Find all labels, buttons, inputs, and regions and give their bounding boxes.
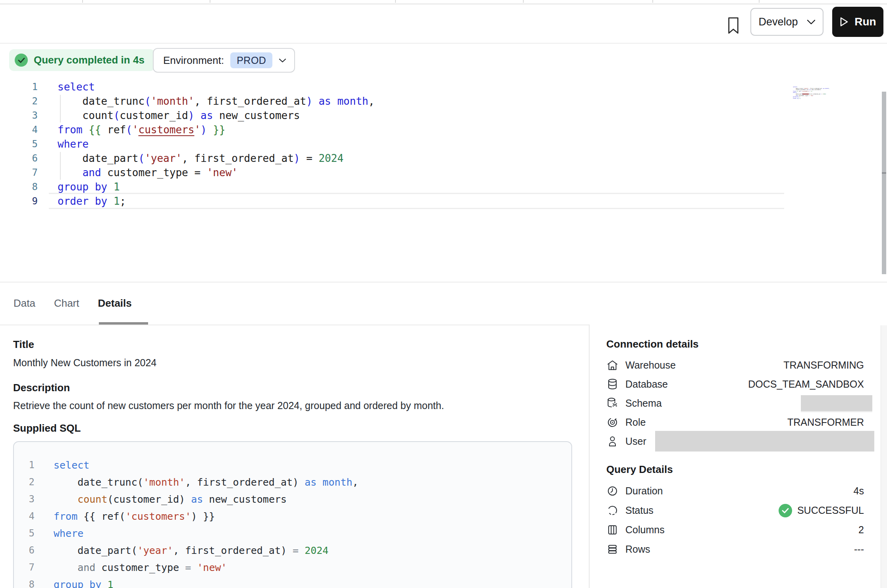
tab-details[interactable]: Details [98, 297, 132, 309]
row-label: Status [625, 505, 654, 516]
line-number: 6 [0, 151, 38, 165]
line-number: 8 [14, 576, 35, 588]
row-value: TRANSFORMER [787, 417, 864, 428]
line-number: 4 [0, 123, 38, 137]
title-heading: Title [13, 338, 34, 351]
row-value: 2 [858, 524, 864, 536]
warehouse-icon [606, 359, 619, 371]
environment-selector[interactable]: Environment: PROD [153, 48, 295, 73]
code-line: 3 count(customer_id) as new_customers [14, 491, 571, 508]
code-line: 5where [14, 525, 571, 542]
line-number: 7 [14, 559, 35, 576]
environment-label: Environment: [163, 54, 224, 67]
status-icon [606, 504, 619, 517]
code-line: order by 1; [793, 93, 837, 95]
run-button-label: Run [854, 15, 876, 28]
code-line: 4from {{ ref('customers') }} [0, 123, 790, 137]
code-line: 6 date_part('year', first_ordered_at) = … [0, 151, 790, 165]
query-row-rows: Rows--- [606, 540, 864, 559]
line-number: 7 [0, 165, 38, 180]
code-line: 3 count(customer_id) as new_customers [0, 108, 790, 123]
browser-tab-strip [0, 0, 887, 4]
details-scrollbar-track[interactable] [881, 325, 887, 588]
tab-data[interactable]: Data [13, 297, 35, 309]
query-details-heading: Query Details [606, 463, 673, 476]
supplied-sql-heading: Supplied SQL [13, 422, 81, 434]
connection-row-role: RoleTRANSFORMER [606, 413, 864, 432]
tab-divider [759, 0, 760, 3]
develop-button[interactable]: Develop [750, 8, 823, 36]
app-window: Develop Run Query completed in 4s Enviro… [0, 0, 887, 588]
active-line-rule [49, 208, 784, 209]
row-value: --- [854, 544, 864, 555]
query-status-text: Query completed in 4s [34, 54, 145, 66]
line-number: 1 [0, 80, 38, 94]
active-line-rule [49, 193, 784, 194]
title-value: Monthly New Customers in 2024 [13, 357, 156, 369]
tab-chart[interactable]: Chart [54, 297, 79, 309]
description-heading: Description [13, 382, 70, 394]
schema-icon [606, 397, 619, 409]
tab-divider [652, 0, 653, 3]
indent-guide [60, 95, 61, 123]
row-value: TRANSFORMING [783, 359, 864, 371]
role-icon [606, 416, 619, 429]
description-value: Retrieve the count of new customers per … [13, 400, 444, 411]
bookmark-icon [727, 17, 740, 35]
connection-row-user: User [606, 432, 864, 451]
columns-icon [606, 524, 619, 536]
code-line: 8group by 1 [14, 576, 571, 588]
connection-row-schema: Schema [606, 394, 864, 413]
line-number: 1 [14, 457, 35, 474]
line-number: 2 [0, 94, 38, 108]
develop-button-label: Develop [758, 16, 798, 28]
supplied-sql-block: 1select2 date_trunc('month', first_order… [13, 441, 572, 588]
code-line: 1select [0, 80, 790, 94]
code-line: 8group by 1 [0, 180, 790, 194]
editor-scrollbar-thumb[interactable] [882, 92, 886, 274]
connection-details-heading: Connection details [606, 338, 699, 350]
code-line: 2 date_trunc('month', first_ordered_at) … [0, 94, 790, 108]
play-icon [839, 17, 849, 27]
query-row-status: StatusSUCCESSFUL [606, 501, 864, 520]
chevron-down-icon [807, 19, 816, 25]
scrollbar-notch [882, 172, 886, 174]
code-line: 1select [14, 457, 571, 474]
database-icon [606, 378, 619, 390]
ref-customers-link[interactable]: customers [139, 124, 195, 136]
indent-guide [60, 152, 61, 180]
code-line: 6 date_part('year', first_ordered_at) = … [14, 542, 571, 559]
row-value: SUCCESSFUL [779, 504, 864, 517]
redacted-value [655, 431, 874, 452]
row-label: Rows [625, 544, 650, 555]
row-label: Warehouse [625, 359, 676, 371]
rows-icon [606, 543, 619, 555]
line-number: 5 [14, 525, 35, 542]
code-line: 7 and customer_type = 'new' [0, 165, 790, 180]
bookmark-button[interactable] [726, 16, 740, 35]
row-label: User [625, 436, 646, 447]
editor-minimap[interactable]: select date_trunc('month', first_ordered… [793, 82, 837, 99]
check-circle-icon [15, 54, 28, 67]
tab-divider [395, 0, 396, 3]
code-line: 9order by 1; [0, 194, 790, 208]
query-status-badge: Query completed in 4s [9, 49, 155, 71]
line-number: 8 [0, 180, 38, 194]
line-number: 2 [14, 474, 35, 491]
line-number: 5 [0, 137, 38, 151]
tab-divider [210, 0, 210, 3]
connection-row-warehouse: WarehouseTRANSFORMING [606, 355, 864, 375]
run-button[interactable]: Run [832, 7, 883, 37]
row-label: Duration [625, 485, 663, 497]
duration-icon [606, 485, 619, 497]
code-line: 7 and customer_type = 'new' [14, 559, 571, 576]
connection-row-database: DatabaseDOCS_TEAM_SANDBOX [606, 375, 864, 394]
line-number: 4 [14, 508, 35, 525]
sql-editor[interactable]: 1select2 date_trunc('month', first_order… [0, 80, 790, 208]
active-tab-underline [99, 322, 148, 325]
tab-divider [82, 0, 83, 3]
redacted-value [801, 395, 872, 411]
code-line: 2 date_trunc('month', first_ordered_at) … [14, 474, 571, 491]
line-number: 6 [14, 542, 35, 559]
row-label: Schema [625, 398, 662, 409]
